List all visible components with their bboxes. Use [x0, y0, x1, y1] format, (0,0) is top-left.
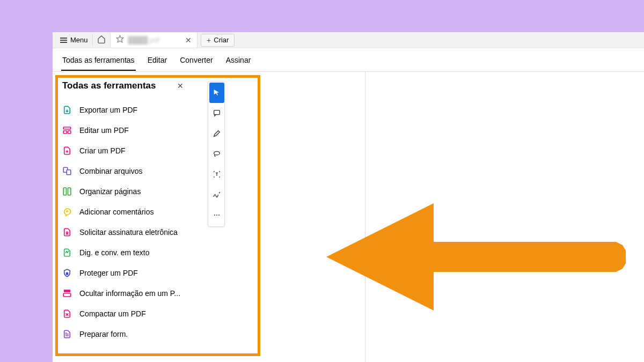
vertical-toolbar	[208, 81, 225, 227]
combine-icon	[62, 166, 72, 176]
sidebar-close-button[interactable]: ✕	[177, 82, 184, 90]
tool-label: Criar um PDF	[79, 146, 126, 155]
toolbar-sign[interactable]	[209, 184, 224, 205]
toolbar-highlight[interactable]	[209, 123, 224, 144]
nav-tab-sign[interactable]: Assinar	[219, 49, 258, 71]
request-sign-icon	[62, 227, 72, 237]
svg-marker-17	[326, 203, 626, 311]
svg-point-15	[216, 215, 217, 216]
tool-prepare-form[interactable]: Preparar form.	[53, 324, 195, 344]
tool-label: Proteger um PDF	[79, 269, 138, 277]
sidebar-header: Todas as ferramentas ✕	[53, 78, 195, 100]
text-select-icon	[213, 170, 221, 179]
tool-label: Adicionar comentários	[79, 208, 154, 216]
home-button[interactable]	[93, 33, 111, 48]
svg-rect-1	[63, 127, 71, 129]
svg-rect-2	[63, 131, 67, 134]
plus-icon: +	[207, 36, 211, 45]
home-icon	[97, 35, 106, 43]
svg-rect-5	[67, 170, 71, 175]
tool-label: Editar um PDF	[79, 126, 129, 135]
create-icon	[62, 146, 72, 156]
toolbar-select[interactable]	[209, 83, 224, 103]
svg-rect-10	[64, 290, 70, 292]
tool-protect[interactable]: Proteger um PDF	[53, 263, 195, 283]
tab-title-blurred: ████.pdf	[128, 36, 160, 44]
tool-list: Exportar um PDF Editar um PDF	[53, 100, 195, 344]
tool-combine[interactable]: Combinar arquivos	[53, 161, 195, 181]
compress-icon	[62, 309, 72, 319]
tool-label: Combinar arquivos	[79, 167, 143, 175]
svg-rect-11	[63, 293, 71, 297]
svg-rect-9	[67, 272, 68, 275]
tool-label: Compactar um PDF	[79, 309, 146, 318]
tool-label: Solicitar assinatura eletrônica	[79, 228, 178, 237]
content-area: Todas as ferramentas ✕ Exportar um PDF	[53, 72, 644, 362]
speech-bubble-icon	[213, 109, 221, 117]
sidebar-title: Todas as ferramentas	[62, 80, 156, 91]
tabs-nav: Todas as ferramentas Editar Converter As…	[53, 48, 644, 72]
tool-comment[interactable]: Adicionar comentários	[53, 202, 195, 222]
organize-icon	[62, 187, 72, 196]
tab-close-button[interactable]: ✕	[185, 36, 192, 45]
star-icon	[116, 35, 124, 45]
tool-compress[interactable]: Compactar um PDF	[53, 304, 195, 324]
menu-label: Menu	[70, 36, 88, 44]
svg-point-8	[67, 232, 68, 233]
svg-point-16	[218, 215, 219, 216]
toolbar-comment[interactable]	[209, 103, 224, 123]
toolbar-draw[interactable]	[209, 144, 224, 164]
signature-icon	[213, 190, 221, 199]
toolbar-text-select[interactable]	[209, 164, 224, 184]
tool-label: Preparar form.	[79, 330, 128, 338]
page-preview	[235, 72, 365, 362]
redact-icon	[62, 289, 72, 298]
tools-sidebar: Todas as ferramentas ✕ Exportar um PDF	[53, 72, 195, 362]
nav-tab-all-tools[interactable]: Todas as ferramentas	[56, 49, 141, 71]
svg-point-13	[214, 151, 220, 155]
menu-button[interactable]: Menu	[56, 34, 93, 46]
tool-export-pdf[interactable]: Exportar um PDF	[53, 100, 195, 120]
form-icon	[62, 329, 72, 339]
document-tab[interactable]: ████.pdf ✕	[111, 32, 198, 48]
svg-marker-0	[116, 35, 123, 42]
tool-label: Exportar um PDF	[79, 106, 137, 114]
tab-region: ████.pdf ✕	[111, 32, 198, 48]
create-button[interactable]: + Criar	[201, 34, 235, 47]
nav-tab-convert[interactable]: Converter	[173, 49, 219, 71]
create-label: Criar	[214, 36, 229, 44]
top-bar: Menu ████.pdf ✕ + Criar	[53, 32, 644, 48]
tool-request-signature[interactable]: Solicitar assinatura eletrônica	[53, 222, 195, 242]
svg-rect-3	[68, 131, 71, 134]
tool-redact[interactable]: Ocultar informação em um P...	[53, 283, 195, 304]
toolbar-more[interactable]	[209, 205, 224, 225]
edit-icon	[62, 125, 72, 135]
hamburger-icon	[60, 38, 67, 43]
tool-scan-ocr[interactable]: Dig. e conv. em texto	[53, 242, 195, 263]
nav-tab-edit[interactable]: Editar	[141, 49, 174, 71]
svg-point-14	[214, 215, 215, 216]
tool-create-pdf[interactable]: Criar um PDF	[53, 141, 195, 161]
more-icon	[213, 211, 221, 219]
scan-icon	[62, 248, 72, 257]
cursor-icon	[213, 88, 221, 97]
tool-edit-pdf[interactable]: Editar um PDF	[53, 120, 195, 141]
pencil-icon	[213, 129, 221, 138]
app-window: Menu ████.pdf ✕ + Criar Todas	[53, 32, 644, 362]
lasso-icon	[213, 150, 221, 158]
svg-rect-12	[214, 110, 220, 115]
annotation-arrow	[326, 198, 627, 318]
protect-icon	[62, 268, 72, 278]
tool-organize[interactable]: Organizar páginas	[53, 181, 195, 202]
tool-label: Ocultar informação em um P...	[79, 289, 180, 298]
tool-label: Dig. e conv. em texto	[79, 248, 149, 257]
tool-label: Organizar páginas	[79, 187, 141, 196]
export-icon	[62, 105, 72, 115]
comment-icon	[62, 207, 72, 217]
